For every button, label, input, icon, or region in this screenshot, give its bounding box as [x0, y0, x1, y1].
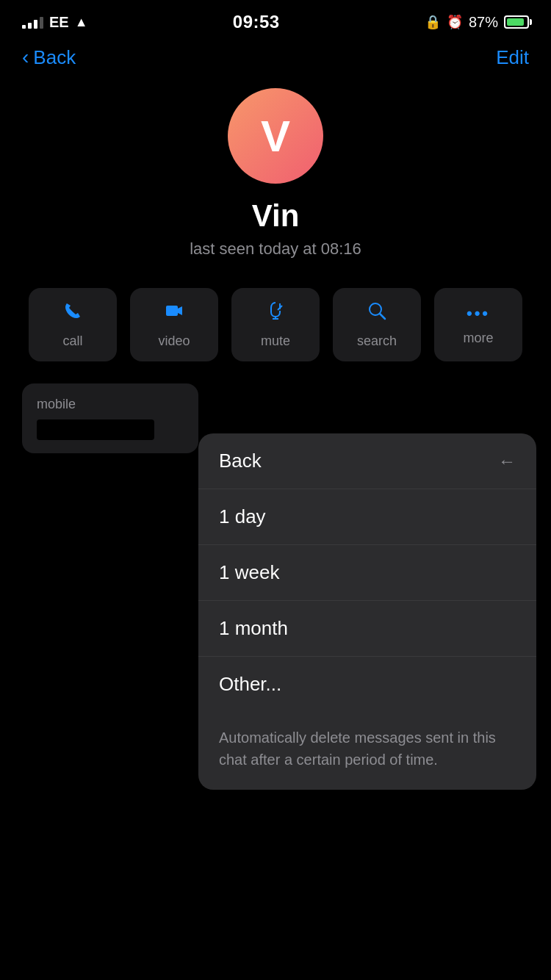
battery-percentage: 87%: [469, 14, 498, 31]
video-button[interactable]: video: [130, 288, 218, 361]
dropdown-item-1day[interactable]: 1 day: [198, 489, 536, 544]
dropdown-item-1week[interactable]: 1 week: [198, 545, 536, 600]
navigation-bar: ‹ Back Edit: [0, 40, 551, 81]
call-label: call: [62, 334, 82, 349]
dropdown-item-other[interactable]: Other...: [198, 657, 536, 712]
edit-button[interactable]: Edit: [496, 46, 529, 69]
dropdown-back-label[interactable]: Back: [219, 450, 262, 472]
mute-icon: [265, 300, 286, 326]
wifi-icon: ▲: [75, 15, 88, 30]
mute-button[interactable]: mute: [231, 288, 320, 361]
more-button[interactable]: ••• more: [434, 288, 522, 361]
battery-fill: [507, 18, 524, 26]
avatar: V: [228, 88, 323, 184]
carrier-name: EE: [49, 14, 69, 31]
dropdown-item-1month[interactable]: 1 month: [198, 601, 536, 656]
profile-section: V Vin last seen today at 08:16: [0, 81, 551, 281]
search-button[interactable]: search: [333, 288, 421, 361]
video-label: video: [158, 334, 190, 349]
contact-name: Vin: [252, 198, 300, 234]
status-bar: EE ▲ 09:53 🔒 ⏰ 87%: [0, 0, 551, 40]
search-icon: [367, 300, 387, 326]
battery-icon: [504, 15, 529, 29]
dropdown-footer-text: Automatically delete messages sent in th…: [198, 712, 536, 790]
back-label: Back: [33, 46, 76, 69]
last-seen-status: last seen today at 08:16: [190, 239, 361, 259]
dropdown-menu: Back ← 1 day 1 week 1 month Other... Aut…: [198, 433, 536, 790]
status-time: 09:53: [233, 12, 280, 32]
chevron-left-icon: ‹: [22, 46, 29, 69]
mobile-label: mobile: [37, 397, 184, 412]
svg-rect-0: [166, 306, 178, 316]
video-icon: [164, 300, 184, 326]
status-left: EE ▲: [22, 14, 88, 31]
more-label: more: [463, 331, 493, 346]
back-button[interactable]: ‹ Back: [22, 46, 76, 69]
svg-line-2: [380, 314, 385, 319]
avatar-initial: V: [261, 111, 290, 162]
phone-number-redacted: [37, 419, 154, 440]
dropdown-back-arrow-icon[interactable]: ←: [498, 451, 516, 472]
more-icon: •••: [467, 304, 490, 323]
mute-label: mute: [261, 334, 290, 349]
contact-info-card: mobile: [22, 383, 198, 453]
call-button[interactable]: call: [29, 288, 117, 361]
lock-icon: 🔒: [425, 14, 441, 30]
dropdown-header: Back ←: [198, 433, 536, 489]
call-icon: [62, 300, 83, 326]
status-right: 🔒 ⏰ 87%: [425, 14, 529, 31]
search-label: search: [357, 334, 397, 349]
alarm-icon: ⏰: [447, 14, 463, 30]
signal-bars-icon: [22, 15, 43, 29]
action-buttons-row: call video mute search: [0, 281, 551, 376]
